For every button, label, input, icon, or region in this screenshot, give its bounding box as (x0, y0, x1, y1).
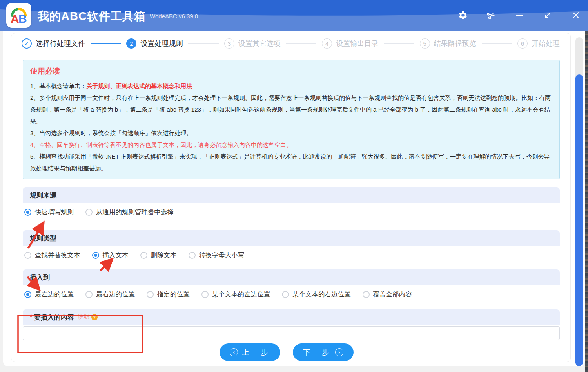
radio-label: 覆盖全部内容 (373, 290, 412, 299)
step-connector (91, 43, 121, 44)
step-label: 设置处理规则 (140, 39, 183, 48)
step-3: 3设置其它选项 (224, 38, 281, 49)
radio-unselected-icon (85, 209, 93, 216)
minimize-icon (515, 11, 524, 20)
radio-selected-icon (24, 291, 31, 298)
radio-unselected-icon (24, 252, 31, 259)
radio-option[interactable]: 删除文本 (140, 251, 177, 260)
radio-label: 插入文本 (103, 251, 129, 260)
radio-label: 指定的位置 (157, 290, 190, 299)
radio-option[interactable]: 指定的位置 (147, 290, 190, 299)
step-6: 6开始处理 (517, 38, 560, 49)
background-window-strip (585, 0, 588, 372)
close-button[interactable] (571, 10, 581, 20)
step-progress-bar: ✓选择待处理文件2设置处理规则3设置其它选项4设置输出目录5结果路径预览6开始处… (22, 36, 560, 51)
section-rule-type-header: 规则类型 (23, 230, 560, 246)
minimize-button[interactable] (514, 10, 524, 20)
app-logo-icon: A B (9, 5, 29, 25)
radio-label: 删除文本 (151, 251, 177, 260)
help-question-icon[interactable]: ? (91, 314, 98, 320)
radio-option[interactable]: 覆盖全部内容 (363, 290, 412, 299)
insert-content-input[interactable] (23, 326, 560, 340)
step-number: 3 (224, 38, 234, 49)
radio-label: 查找并替换文本 (35, 251, 80, 260)
step-label: 开始处理 (532, 39, 560, 48)
resize-icon (543, 11, 552, 20)
prev-step-button[interactable]: ‹ 上一步 (220, 343, 280, 361)
radio-label: 快速填写规则 (35, 208, 74, 217)
notice-item-2: 2、多个规则应用于同一文件时，只有在上一条规则处理完后，才会处理下一条规则。因此… (30, 92, 552, 127)
notice-concept-link[interactable]: 关于规则、正则表达式的基本概念和用法 (86, 83, 192, 89)
insert-to-options: 最左边的位置最右边的位置指定的位置某个文本的左边位置某个文本的右边位置覆盖全部内… (24, 289, 561, 300)
rule-type-options: 查找并替换文本插入文本删除文本转换字母大小写 (24, 249, 561, 261)
radio-label: 从通用的规则管理器中选择 (96, 208, 174, 217)
radio-unselected-icon (189, 252, 196, 259)
section-rule-source-header: 规则来源 (23, 187, 560, 203)
screenshot-button[interactable] (486, 10, 496, 20)
radio-option[interactable]: 某个文本的右边位置 (282, 290, 351, 299)
resize-button[interactable] (543, 10, 553, 20)
step-connector (384, 43, 414, 44)
app-title: 我的ABC软件工具箱 (38, 9, 146, 24)
app-version: WodeABC v6.39.0 (150, 13, 198, 20)
step-check-icon: ✓ (22, 38, 32, 49)
step-4: 4设置输出目录 (322, 38, 378, 49)
radio-option[interactable]: 查找并替换文本 (24, 251, 80, 260)
radio-option[interactable]: 最左边的位置 (24, 290, 74, 299)
notice-item-1-text: 1、基本概念请单击： (30, 83, 86, 89)
step-number: 5 (420, 38, 430, 49)
step-2: 2设置处理规则 (126, 38, 183, 49)
scrollbar-thumb[interactable] (575, 74, 583, 366)
radio-label: 某个文本的右边位置 (292, 290, 351, 299)
next-step-label: 下一步 (303, 347, 331, 358)
step-1: ✓选择待处理文件 (22, 38, 85, 49)
required-mark: * (30, 313, 33, 321)
radio-label: 某个文本的左边位置 (212, 290, 270, 299)
notice-title: 使用必读 (30, 66, 552, 76)
radio-label: 最右边的位置 (96, 290, 135, 299)
section-rule-type-title: 规则类型 (30, 234, 56, 243)
radio-option[interactable]: 插入文本 (92, 251, 129, 260)
radio-unselected-icon (282, 291, 289, 298)
footer-actions: ‹ 上一步 下一步 › (0, 343, 573, 361)
notice-item-3: 3、当勾选多个规则时，系统会按「勾选顺序」依次进行处理。 (30, 127, 552, 139)
radio-selected-icon (24, 209, 31, 216)
radio-label: 最左边的位置 (35, 290, 74, 299)
app-logo: A B (6, 3, 31, 28)
svg-text:B: B (18, 12, 27, 25)
notice-item-1: 1、基本概念请单击：关于规则、正则表达式的基本概念和用法 (30, 80, 552, 92)
radio-unselected-icon (140, 252, 147, 259)
svg-text:A: A (11, 12, 19, 25)
radio-label: 转换字母大小写 (199, 251, 245, 260)
section-insert-to-header: 插入到 (23, 269, 560, 285)
radio-option[interactable]: 快速填写规则 (24, 208, 74, 217)
radio-selected-icon (92, 252, 99, 259)
prev-step-label: 上一步 (242, 347, 270, 358)
help-link[interactable]: 说明 (78, 313, 90, 321)
radio-option[interactable]: 转换字母大小写 (189, 251, 245, 260)
radio-unselected-icon (201, 291, 209, 298)
radio-option[interactable]: 某个文本的左边位置 (201, 290, 270, 299)
radio-unselected-icon (85, 291, 93, 298)
close-icon (571, 11, 581, 20)
step-label: 设置输出目录 (336, 39, 378, 48)
step-number: 6 (517, 38, 528, 49)
radio-option[interactable]: 最右边的位置 (85, 290, 135, 299)
titlebar: A B 我的ABC软件工具箱 WodeABC v6.39.0 (0, 0, 588, 31)
step-number: 2 (126, 38, 136, 49)
step-label: 设置其它选项 (238, 39, 281, 48)
step-connector (482, 43, 512, 44)
notice-item-5: 5、模糊查找功能采用「微软 .NET 正则表达式解析引擎」来实现，「正则表达式」… (30, 151, 552, 174)
section-insert-to-title: 插入到 (30, 273, 50, 282)
settings-button[interactable] (458, 10, 468, 20)
step-label: 结果路径预览 (434, 39, 476, 48)
step-number: 4 (322, 38, 332, 49)
radio-option[interactable]: 从通用的规则管理器中选择 (85, 208, 174, 217)
scissors-icon (485, 9, 497, 22)
notice-item-4: 4、空格、回车换行、制表符等看不见的内容也属于文本，因此，请务必留意输入内容中的… (30, 139, 552, 151)
step-connector (188, 43, 218, 44)
window-controls (458, 0, 581, 31)
radio-unselected-icon (147, 291, 154, 298)
next-step-button[interactable]: 下一步 › (293, 343, 354, 361)
usage-notice-box: 使用必读 1、基本概念请单击：关于规则、正则表达式的基本概念和用法 2、多个规则… (23, 60, 560, 179)
